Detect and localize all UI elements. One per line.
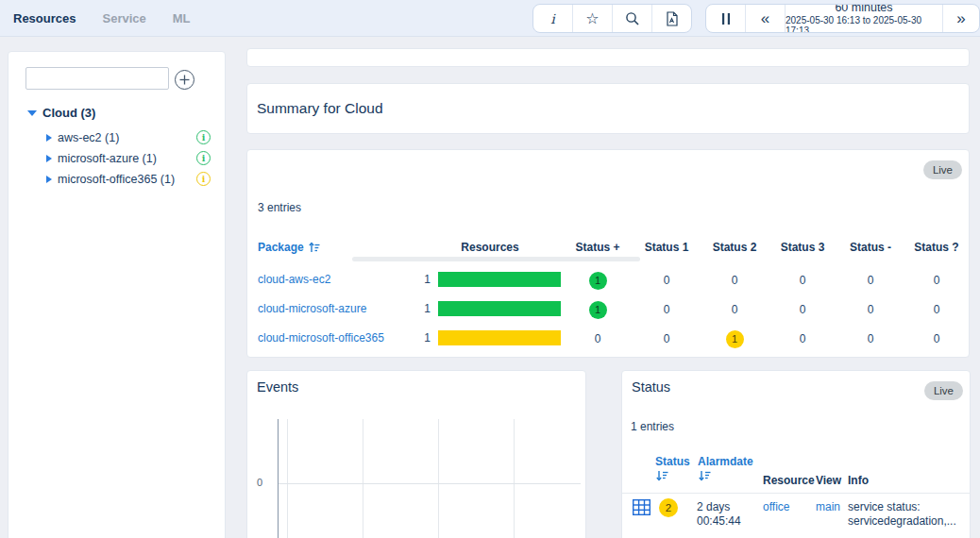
chart-zero-gridline <box>279 483 581 484</box>
package-link[interactable]: cloud-microsoft-azure <box>258 302 366 315</box>
status-cell: 1 <box>701 329 769 348</box>
status-cell: 0 <box>633 271 701 290</box>
table-row: cloud-microsoft-azure 1 1 0 0 0 0 0 <box>247 294 969 324</box>
page-title: Summary for Cloud <box>247 100 383 117</box>
pause-button[interactable] <box>706 5 745 32</box>
tree-node-cloud[interactable]: Cloud (3) <box>27 106 95 120</box>
column-header-package[interactable]: Package <box>258 241 320 254</box>
resource-tree-sidebar: Cloud (3) aws-ec2 (1) i microsoft-azure … <box>8 51 226 538</box>
status-cell: 0 <box>769 329 836 348</box>
resource-link[interactable]: office <box>763 500 789 513</box>
column-header-resources: Resources <box>433 241 547 254</box>
status-bar <box>438 330 561 345</box>
status-cell: 0 <box>564 329 632 348</box>
chart-gridline <box>363 419 363 538</box>
status-bar <box>438 301 561 316</box>
chevron-collapsed-icon[interactable] <box>46 176 52 183</box>
tree-node-label: microsoft-office365 (1) <box>58 173 175 186</box>
sort-ascending-icon <box>309 242 320 253</box>
column-header-info: Info <box>848 474 869 487</box>
alarmdate-duration: 2 days <box>697 500 730 513</box>
collapsed-header-strip <box>246 48 970 67</box>
chevron-collapsed-icon[interactable] <box>46 155 52 162</box>
status-title: Status <box>632 379 670 395</box>
column-header-status-3: Status 3 <box>769 241 836 254</box>
column-header-alarmdate[interactable]: Alarmdate <box>698 455 753 468</box>
events-panel: Events 0 <box>246 370 586 538</box>
status-cell: 0 <box>903 329 971 348</box>
status-info-icon[interactable]: i <box>196 130 211 144</box>
status-cell: 1 <box>564 271 632 290</box>
search-icon <box>625 11 640 26</box>
plus-icon <box>179 75 190 85</box>
alarmdate-time: 00:45:44 <box>697 514 741 528</box>
chevron-expanded-icon[interactable] <box>27 110 37 116</box>
toolbar-icon-group: i ☆ <box>532 4 692 33</box>
package-link[interactable]: cloud-aws-ec2 <box>258 273 330 286</box>
resource-count: 1 <box>389 331 431 345</box>
status-cell: 1 <box>564 300 632 319</box>
status-info-icon[interactable]: i <box>196 172 211 186</box>
status-count-badge: 1 <box>589 272 607 290</box>
column-header-status-2: Status 2 <box>701 241 769 254</box>
table-view-icon[interactable] <box>633 499 651 515</box>
status-cell: 0 <box>701 300 769 319</box>
column-header-status-plus: Status + <box>564 241 632 254</box>
alarmdate-value: 2 days 00:45:44 <box>697 500 741 529</box>
status-cell: 0 <box>836 300 904 319</box>
status-bar <box>438 272 561 287</box>
app-root: Resources Service ML i ☆ <box>0 0 980 538</box>
info-line-2: servicedegradation,... <box>848 514 956 528</box>
status-cell: 0 <box>633 329 701 348</box>
favorite-button[interactable]: ☆ <box>572 5 612 32</box>
entries-count: 1 entries <box>631 420 674 433</box>
entries-count: 3 entries <box>258 201 301 214</box>
resource-count: 1 <box>389 302 431 315</box>
chart-gridline <box>514 419 515 538</box>
tree-node-microsoft-office365[interactable]: microsoft-office365 (1) i <box>46 170 225 188</box>
sort-descending-icon[interactable] <box>699 470 711 482</box>
sort-descending-icon[interactable] <box>656 470 668 482</box>
view-link[interactable]: main <box>816 500 840 513</box>
table-row: cloud-microsoft-office365 1 0 0 1 0 0 0 <box>247 324 969 353</box>
live-badge: Live <box>924 381 963 400</box>
status-count-badge: 1 <box>726 330 744 348</box>
tree-search-input[interactable] <box>25 67 169 90</box>
horizontal-scrollbar[interactable] <box>352 257 640 261</box>
pdf-export-button[interactable] <box>651 5 691 32</box>
pdf-icon <box>665 11 679 26</box>
tree-node-label: aws-ec2 (1) <box>58 131 119 144</box>
status-count-badge: 1 <box>589 301 607 319</box>
tab-ml[interactable]: ML <box>173 11 191 25</box>
top-bar: Resources Service ML i ☆ <box>0 0 980 37</box>
alarm-info-text: service status: servicedegradation,... <box>848 500 965 529</box>
summary-panel: Summary for Cloud <box>246 83 970 134</box>
star-icon: ☆ <box>585 11 599 26</box>
chart-gridline <box>287 419 288 538</box>
status-panel: Status Live 1 entries Status Alarmdate R… <box>621 370 971 538</box>
chevron-double-right-icon: » <box>956 10 965 26</box>
column-header-status-1: Status 1 <box>633 241 701 254</box>
info-button[interactable]: i <box>533 5 572 32</box>
tab-resources[interactable]: Resources <box>13 11 76 25</box>
status-cell: 0 <box>836 329 904 348</box>
tab-service[interactable]: Service <box>102 11 145 25</box>
column-header-status-question: Status ? <box>903 241 971 254</box>
status-cell: 0 <box>903 271 971 290</box>
column-header-status-minus: Status - <box>836 241 904 254</box>
column-header-status[interactable]: Status <box>655 455 690 468</box>
package-link[interactable]: cloud-microsoft-office365 <box>258 331 384 345</box>
chevron-collapsed-icon[interactable] <box>46 134 52 142</box>
info-icon: i <box>550 11 554 26</box>
tree-node-aws-ec2[interactable]: aws-ec2 (1) i <box>46 128 225 146</box>
live-badge: Live <box>923 160 962 179</box>
time-duration: 60 minutes <box>835 4 892 14</box>
status-info-icon[interactable]: i <box>196 151 211 165</box>
tree-node-microsoft-azure[interactable]: microsoft-azure (1) i <box>46 149 225 167</box>
search-button[interactable] <box>612 5 651 32</box>
time-forward-button[interactable]: » <box>942 5 979 32</box>
time-range-button[interactable]: 60 minutes 2025-05-30 16:13 to 2025-05-3… <box>785 5 942 32</box>
time-back-button[interactable]: « <box>745 5 785 32</box>
add-button[interactable] <box>175 70 194 90</box>
alarm-status-badge: 2 <box>659 498 678 517</box>
